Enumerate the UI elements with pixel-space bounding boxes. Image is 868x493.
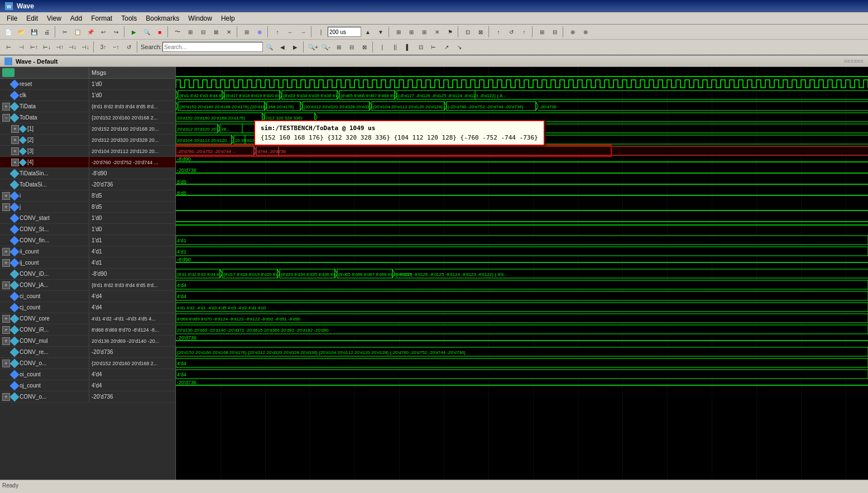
zoom-input[interactable]: 200 us: [328, 27, 361, 37]
tb-nav2[interactable]: ↺: [505, 26, 517, 38]
tb-cursor2[interactable]: ||: [389, 41, 401, 53]
signal-row-todata4[interactable]: + [4] -20'd760 -20'd752 -20'd744 ...: [0, 157, 175, 168]
signal-row-i[interactable]: + i 8'd5: [0, 190, 175, 202]
tb-snap1[interactable]: ⊡: [462, 26, 474, 38]
tb-sig4[interactable]: ⊢↓: [41, 41, 53, 53]
tb-save[interactable]: 💾: [28, 26, 40, 38]
signal-row-todatasi[interactable]: + ToDataSi... -20'd736: [0, 179, 175, 190]
tb-r1[interactable]: ⊞: [536, 26, 548, 38]
signal-row-conv-re[interactable]: + CONV_re... -20'd736: [0, 347, 175, 358]
tb-run[interactable]: ▶: [128, 26, 140, 38]
tb-sim2[interactable]: ⊕: [253, 26, 266, 38]
tb-grid5[interactable]: ⚑: [444, 26, 456, 38]
signal-row-cj-count[interactable]: + cj_count 4'd4: [0, 302, 175, 313]
signal-row-conv-ja[interactable]: + CONV_jA... {8'd1 8'd2 8'd3 8'd4 8'd5 8…: [0, 280, 175, 291]
signal-row-tidata[interactable]: + TiData {8'd1 8'd2 8'd3 8'd4 8'd5 8'd..…: [0, 101, 175, 112]
tb-wave1[interactable]: 〜: [171, 26, 184, 38]
tb-cursor5[interactable]: ⊢: [428, 41, 440, 53]
signal-row-clk[interactable]: + clk 1'd0: [0, 90, 175, 101]
tb-wave3[interactable]: ⊟: [197, 26, 209, 38]
menu-add[interactable]: Add: [66, 13, 87, 23]
tb-zoom-full[interactable]: ⊞: [333, 41, 345, 53]
tb-zoom-fit[interactable]: ⊠: [358, 41, 371, 53]
expand-conv-o2[interactable]: +: [2, 393, 10, 401]
tb-cursor-up[interactable]: ↑: [271, 26, 284, 38]
tb-cursor3[interactable]: ▌: [402, 41, 414, 53]
signal-row-todata3[interactable]: + [3] 20'd104 20'd112 20'd120 20...: [0, 146, 175, 157]
tb-wave2[interactable]: ⊞: [184, 26, 196, 38]
expand-conv-ja[interactable]: +: [2, 281, 10, 289]
tb-sig3[interactable]: ⊢↑: [28, 41, 40, 53]
expand-ij-count[interactable]: +: [2, 259, 10, 267]
tb-grid3[interactable]: ⊞: [418, 26, 430, 38]
menu-bookmarks[interactable]: Bookmarks: [141, 13, 184, 23]
tb-cursor-left[interactable]: ←: [284, 26, 296, 38]
expand-todata1[interactable]: +: [11, 125, 19, 133]
signal-row-oj-count[interactable]: + oj_count 4'd4: [0, 380, 175, 391]
tb-stop[interactable]: ■: [154, 26, 166, 38]
tb-zoom-out[interactable]: 🔍-: [320, 41, 332, 53]
signal-row-conv-o[interactable]: + CONV_o... {20'd152 20'd160 20'd168 2..…: [0, 358, 175, 369]
tb-search-go[interactable]: 🔍: [263, 41, 276, 53]
tb-print[interactable]: 🖨: [41, 26, 53, 38]
expand-conv-ir[interactable]: +: [2, 326, 10, 334]
signal-row-todata[interactable]: − ToData {20'd152 20'd160 20'd168 2...: [0, 112, 175, 123]
signal-row-conv-start[interactable]: + CONV_start 1'd0: [0, 213, 175, 224]
tb-grid2[interactable]: ⊞: [405, 26, 418, 38]
tb-zoom-sel[interactable]: ⊟: [346, 41, 358, 53]
tb-search-prev[interactable]: ◀: [276, 41, 289, 53]
tb-cut[interactable]: ✂: [59, 26, 71, 38]
menu-window[interactable]: Window: [184, 13, 217, 23]
signal-row-todata2[interactable]: + [2] 20'd312 20'd320 20'd328 20...: [0, 135, 175, 146]
signal-row-tidatasin[interactable]: + TiDataSin... -8'd90: [0, 168, 175, 179]
tb-marker[interactable]: |: [315, 26, 327, 38]
tb-zoom-spin-down[interactable]: ▼: [375, 26, 387, 38]
expand-ii-count[interactable]: +: [2, 248, 10, 256]
signal-row-ii-count[interactable]: + ii_count 4'd1: [0, 246, 175, 257]
signal-row-todata1[interactable]: + [1] 20'd152 20'd160 20'd168 20...: [0, 123, 175, 135]
tb-redo[interactable]: ↪: [110, 26, 122, 38]
tb-open[interactable]: 📂: [15, 26, 27, 38]
menu-file[interactable]: File: [2, 13, 22, 23]
tb-find[interactable]: 🔍: [141, 26, 153, 38]
tb-sig2[interactable]: ⊣: [15, 41, 27, 53]
signal-row-conv-id[interactable]: + CONV_iD... -8'd90: [0, 269, 175, 280]
expand-conv-core[interactable]: +: [2, 315, 10, 323]
tb-x1[interactable]: ⊕: [567, 26, 579, 38]
signal-row-conv-fin[interactable]: + CONV_fin... 1'd1: [0, 235, 175, 246]
tb-undo[interactable]: ↩: [97, 26, 109, 38]
expand-i[interactable]: +: [2, 192, 10, 200]
signal-row-j[interactable]: + j 8'd5: [0, 202, 175, 213]
tb-zoom-in[interactable]: 🔍+: [307, 41, 319, 53]
signal-row-conv-ir[interactable]: + CONV_iR... 8'd68 8'd69 8'd70 -8'd124 -…: [0, 324, 175, 336]
tb-paste[interactable]: 📌: [84, 26, 97, 38]
menu-edit[interactable]: Edit: [22, 13, 42, 23]
signal-row-ij-count[interactable]: + ij_count 4'd1: [0, 257, 175, 269]
tb-sig1[interactable]: ⊢: [2, 41, 15, 53]
signal-row-conv-core[interactable]: + CONV_core 4'd1 4'd2 -4'd1 -4'd3 4'd5 4…: [0, 313, 175, 324]
tb-wave4[interactable]: ⊠: [210, 26, 222, 38]
signal-row-conv-st[interactable]: + CONV_St... 1'd0: [0, 224, 175, 235]
tb-grid4[interactable]: ✕: [431, 26, 443, 38]
signal-row-oi-count[interactable]: + oi_count 4'd4: [0, 369, 175, 380]
expand-tidata[interactable]: +: [2, 103, 10, 111]
tb-copy[interactable]: 📋: [71, 26, 84, 38]
expand-todata[interactable]: −: [2, 114, 10, 122]
tb-cursor1[interactable]: |: [376, 41, 389, 53]
expand-todata3[interactable]: +: [11, 147, 19, 155]
tb-grid1[interactable]: ⊞: [392, 26, 405, 38]
tb-new[interactable]: 📄: [2, 26, 15, 38]
tb-r2[interactable]: ⊟: [549, 26, 561, 38]
expand-j[interactable]: +: [2, 203, 10, 211]
tb-sig6[interactable]: ⊣↓: [66, 41, 79, 53]
signal-row-conv-mul[interactable]: + CONV_mul 20'd136 20'd69 -20'd140 -20..…: [0, 336, 175, 347]
signal-row-conv-o2[interactable]: + CONV_o... -20'd736: [0, 391, 175, 403]
tb-step2[interactable]: −↑: [110, 41, 122, 53]
menu-view[interactable]: View: [42, 13, 66, 23]
expand-todata2[interactable]: +: [11, 136, 19, 144]
tb-cursor7[interactable]: ↘: [453, 41, 466, 53]
menu-tools[interactable]: Tools: [117, 13, 141, 23]
tb-snap2[interactable]: ⊠: [474, 26, 487, 38]
tb-cursor-right[interactable]: →: [297, 26, 309, 38]
tb-x2[interactable]: ⊕: [579, 26, 592, 38]
